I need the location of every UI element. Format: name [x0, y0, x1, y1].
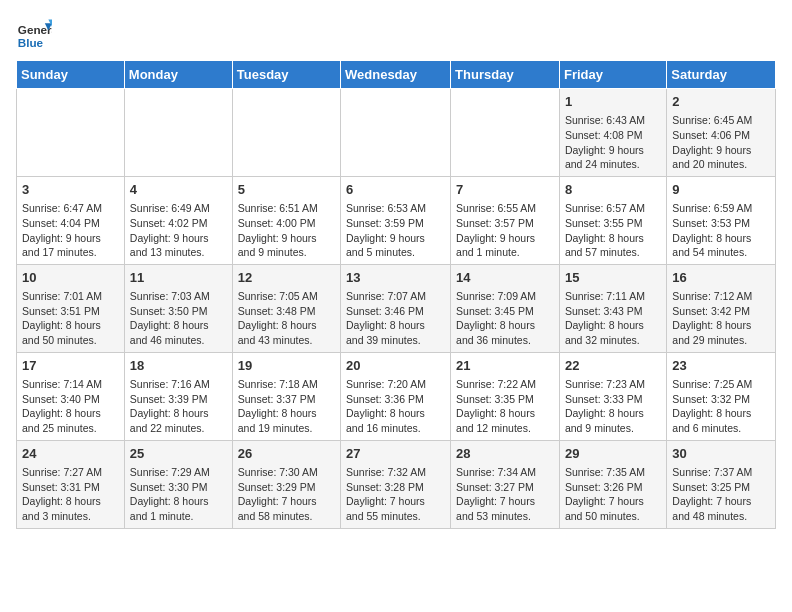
day-number: 30 — [672, 445, 770, 463]
calendar-cell: 25Sunrise: 7:29 AM Sunset: 3:30 PM Dayli… — [124, 440, 232, 528]
day-info: Sunrise: 7:14 AM Sunset: 3:40 PM Dayligh… — [22, 377, 119, 436]
svg-text:Blue: Blue — [18, 36, 44, 49]
day-number: 19 — [238, 357, 335, 375]
day-info: Sunrise: 7:27 AM Sunset: 3:31 PM Dayligh… — [22, 465, 119, 524]
calendar-cell: 18Sunrise: 7:16 AM Sunset: 3:39 PM Dayli… — [124, 352, 232, 440]
day-info: Sunrise: 7:29 AM Sunset: 3:30 PM Dayligh… — [130, 465, 227, 524]
calendar-cell: 12Sunrise: 7:05 AM Sunset: 3:48 PM Dayli… — [232, 264, 340, 352]
calendar-cell — [341, 89, 451, 177]
calendar-cell: 22Sunrise: 7:23 AM Sunset: 3:33 PM Dayli… — [559, 352, 666, 440]
day-info: Sunrise: 7:03 AM Sunset: 3:50 PM Dayligh… — [130, 289, 227, 348]
day-number: 14 — [456, 269, 554, 287]
calendar-week-row: 17Sunrise: 7:14 AM Sunset: 3:40 PM Dayli… — [17, 352, 776, 440]
calendar-cell: 4Sunrise: 6:49 AM Sunset: 4:02 PM Daylig… — [124, 176, 232, 264]
calendar-cell: 28Sunrise: 7:34 AM Sunset: 3:27 PM Dayli… — [451, 440, 560, 528]
day-number: 22 — [565, 357, 661, 375]
calendar-cell: 7Sunrise: 6:55 AM Sunset: 3:57 PM Daylig… — [451, 176, 560, 264]
calendar-cell: 29Sunrise: 7:35 AM Sunset: 3:26 PM Dayli… — [559, 440, 666, 528]
col-header-tuesday: Tuesday — [232, 61, 340, 89]
day-info: Sunrise: 6:49 AM Sunset: 4:02 PM Dayligh… — [130, 201, 227, 260]
calendar-week-row: 24Sunrise: 7:27 AM Sunset: 3:31 PM Dayli… — [17, 440, 776, 528]
day-number: 8 — [565, 181, 661, 199]
day-info: Sunrise: 7:16 AM Sunset: 3:39 PM Dayligh… — [130, 377, 227, 436]
day-number: 7 — [456, 181, 554, 199]
day-number: 21 — [456, 357, 554, 375]
day-info: Sunrise: 7:34 AM Sunset: 3:27 PM Dayligh… — [456, 465, 554, 524]
day-number: 28 — [456, 445, 554, 463]
day-info: Sunrise: 7:37 AM Sunset: 3:25 PM Dayligh… — [672, 465, 770, 524]
col-header-thursday: Thursday — [451, 61, 560, 89]
calendar-week-row: 1Sunrise: 6:43 AM Sunset: 4:08 PM Daylig… — [17, 89, 776, 177]
calendar-cell: 19Sunrise: 7:18 AM Sunset: 3:37 PM Dayli… — [232, 352, 340, 440]
day-info: Sunrise: 7:25 AM Sunset: 3:32 PM Dayligh… — [672, 377, 770, 436]
calendar-cell: 24Sunrise: 7:27 AM Sunset: 3:31 PM Dayli… — [17, 440, 125, 528]
day-info: Sunrise: 7:32 AM Sunset: 3:28 PM Dayligh… — [346, 465, 445, 524]
calendar-cell: 8Sunrise: 6:57 AM Sunset: 3:55 PM Daylig… — [559, 176, 666, 264]
day-number: 18 — [130, 357, 227, 375]
calendar-cell — [232, 89, 340, 177]
calendar-cell: 13Sunrise: 7:07 AM Sunset: 3:46 PM Dayli… — [341, 264, 451, 352]
day-number: 6 — [346, 181, 445, 199]
day-number: 3 — [22, 181, 119, 199]
day-info: Sunrise: 7:05 AM Sunset: 3:48 PM Dayligh… — [238, 289, 335, 348]
col-header-wednesday: Wednesday — [341, 61, 451, 89]
day-info: Sunrise: 7:01 AM Sunset: 3:51 PM Dayligh… — [22, 289, 119, 348]
calendar-cell: 6Sunrise: 6:53 AM Sunset: 3:59 PM Daylig… — [341, 176, 451, 264]
calendar-week-row: 3Sunrise: 6:47 AM Sunset: 4:04 PM Daylig… — [17, 176, 776, 264]
col-header-saturday: Saturday — [667, 61, 776, 89]
day-info: Sunrise: 6:59 AM Sunset: 3:53 PM Dayligh… — [672, 201, 770, 260]
calendar-cell: 26Sunrise: 7:30 AM Sunset: 3:29 PM Dayli… — [232, 440, 340, 528]
day-info: Sunrise: 6:51 AM Sunset: 4:00 PM Dayligh… — [238, 201, 335, 260]
day-number: 4 — [130, 181, 227, 199]
day-info: Sunrise: 7:07 AM Sunset: 3:46 PM Dayligh… — [346, 289, 445, 348]
calendar-cell — [451, 89, 560, 177]
day-number: 12 — [238, 269, 335, 287]
calendar-cell: 10Sunrise: 7:01 AM Sunset: 3:51 PM Dayli… — [17, 264, 125, 352]
col-header-friday: Friday — [559, 61, 666, 89]
day-number: 24 — [22, 445, 119, 463]
calendar-cell: 30Sunrise: 7:37 AM Sunset: 3:25 PM Dayli… — [667, 440, 776, 528]
calendar-cell: 5Sunrise: 6:51 AM Sunset: 4:00 PM Daylig… — [232, 176, 340, 264]
day-info: Sunrise: 7:22 AM Sunset: 3:35 PM Dayligh… — [456, 377, 554, 436]
day-info: Sunrise: 7:09 AM Sunset: 3:45 PM Dayligh… — [456, 289, 554, 348]
day-number: 16 — [672, 269, 770, 287]
day-number: 26 — [238, 445, 335, 463]
day-info: Sunrise: 6:55 AM Sunset: 3:57 PM Dayligh… — [456, 201, 554, 260]
logo: General Blue — [16, 16, 56, 52]
calendar-cell: 23Sunrise: 7:25 AM Sunset: 3:32 PM Dayli… — [667, 352, 776, 440]
day-info: Sunrise: 6:47 AM Sunset: 4:04 PM Dayligh… — [22, 201, 119, 260]
day-number: 25 — [130, 445, 227, 463]
day-number: 15 — [565, 269, 661, 287]
day-info: Sunrise: 7:12 AM Sunset: 3:42 PM Dayligh… — [672, 289, 770, 348]
calendar-week-row: 10Sunrise: 7:01 AM Sunset: 3:51 PM Dayli… — [17, 264, 776, 352]
col-header-monday: Monday — [124, 61, 232, 89]
calendar-cell: 15Sunrise: 7:11 AM Sunset: 3:43 PM Dayli… — [559, 264, 666, 352]
day-number: 27 — [346, 445, 445, 463]
calendar-cell: 3Sunrise: 6:47 AM Sunset: 4:04 PM Daylig… — [17, 176, 125, 264]
col-header-sunday: Sunday — [17, 61, 125, 89]
calendar-cell: 16Sunrise: 7:12 AM Sunset: 3:42 PM Dayli… — [667, 264, 776, 352]
day-number: 29 — [565, 445, 661, 463]
calendar-cell: 2Sunrise: 6:45 AM Sunset: 4:06 PM Daylig… — [667, 89, 776, 177]
day-number: 2 — [672, 93, 770, 111]
day-number: 17 — [22, 357, 119, 375]
day-number: 23 — [672, 357, 770, 375]
day-number: 9 — [672, 181, 770, 199]
calendar-cell: 17Sunrise: 7:14 AM Sunset: 3:40 PM Dayli… — [17, 352, 125, 440]
day-info: Sunrise: 6:57 AM Sunset: 3:55 PM Dayligh… — [565, 201, 661, 260]
calendar-cell: 11Sunrise: 7:03 AM Sunset: 3:50 PM Dayli… — [124, 264, 232, 352]
calendar-cell: 27Sunrise: 7:32 AM Sunset: 3:28 PM Dayli… — [341, 440, 451, 528]
day-info: Sunrise: 7:35 AM Sunset: 3:26 PM Dayligh… — [565, 465, 661, 524]
calendar-cell: 20Sunrise: 7:20 AM Sunset: 3:36 PM Dayli… — [341, 352, 451, 440]
calendar-cell: 9Sunrise: 6:59 AM Sunset: 3:53 PM Daylig… — [667, 176, 776, 264]
calendar-cell: 14Sunrise: 7:09 AM Sunset: 3:45 PM Dayli… — [451, 264, 560, 352]
day-info: Sunrise: 6:45 AM Sunset: 4:06 PM Dayligh… — [672, 113, 770, 172]
calendar-cell: 1Sunrise: 6:43 AM Sunset: 4:08 PM Daylig… — [559, 89, 666, 177]
day-info: Sunrise: 7:30 AM Sunset: 3:29 PM Dayligh… — [238, 465, 335, 524]
day-info: Sunrise: 6:53 AM Sunset: 3:59 PM Dayligh… — [346, 201, 445, 260]
day-number: 1 — [565, 93, 661, 111]
day-info: Sunrise: 7:11 AM Sunset: 3:43 PM Dayligh… — [565, 289, 661, 348]
calendar-cell: 21Sunrise: 7:22 AM Sunset: 3:35 PM Dayli… — [451, 352, 560, 440]
calendar-header-row: SundayMondayTuesdayWednesdayThursdayFrid… — [17, 61, 776, 89]
day-number: 20 — [346, 357, 445, 375]
